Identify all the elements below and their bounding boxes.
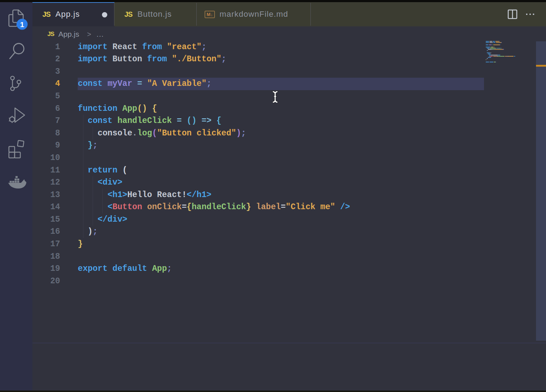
svg-text:1: 1: [20, 20, 24, 29]
